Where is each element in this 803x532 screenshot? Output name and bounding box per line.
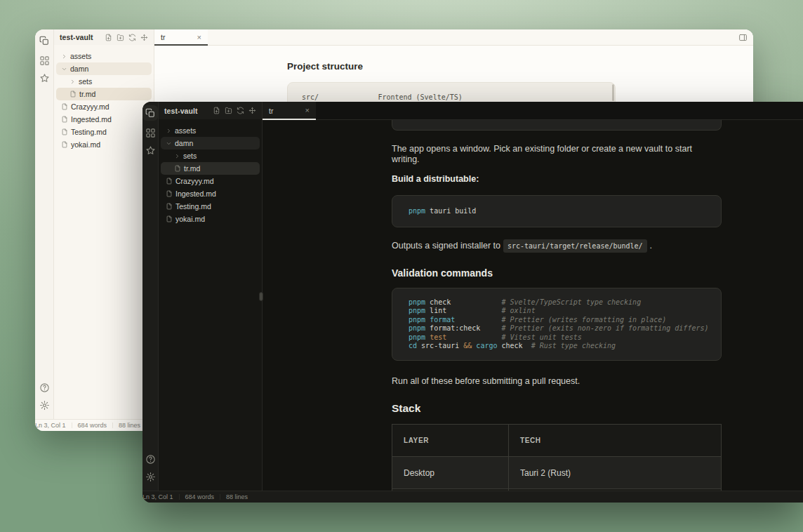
tree-item-testing-md[interactable]: Testing.md [56,126,152,138]
document-icon [61,116,68,123]
new-note-icon[interactable] [213,107,220,114]
document-icon [61,103,68,110]
help-icon[interactable] [39,383,50,393]
vault-switcher-icon[interactable] [142,105,158,121]
tab-bar: tr × [263,102,803,120]
vault-title: test-vault [60,33,93,41]
status-divider [72,423,72,428]
star-icon[interactable] [145,145,156,156]
vault-switcher-icon[interactable] [36,33,52,48]
document-icon [166,190,173,197]
tree-item-crazyyy-md[interactable]: Crazyyy.md [56,100,152,113]
tree-item-assets[interactable]: assets [161,124,260,137]
tree-item-ingested-md[interactable]: Ingested.md [56,113,152,126]
sidebar-resize-handle[interactable] [259,292,263,301]
expand-collapse-icon[interactable] [248,107,256,114]
paragraph-run-all: Run all of these before submitting a pul… [392,376,722,387]
word-count: 684 words [78,422,107,429]
document-icon [166,203,173,210]
settings-gear-icon[interactable] [39,400,50,411]
column-header-layer: LAYER [392,425,509,457]
tab-close-icon[interactable]: × [197,34,201,41]
paragraph-outputs: Outputs a signed installer to src-tauri/… [392,239,722,253]
table-cell: Svelte 5, SvelteKit, TypeScript [509,489,722,491]
stack-heading: Stack [392,402,722,415]
column-header-tech: TECH [509,425,722,457]
status-divider [179,494,180,500]
section-heading: Project structure [287,61,616,72]
document-icon [61,128,68,135]
line-count: 88 lines [226,493,248,500]
word-count: 684 words [185,493,215,500]
paragraph: The app opens a window. Pick an existing… [392,144,722,165]
validation-commands-heading: Validation commands [392,267,722,279]
tab-tr[interactable]: tr × [263,102,316,119]
chevron-right-icon [69,79,76,85]
tab-tr[interactable]: tr × [154,29,208,45]
tree-item-crazyyy-md[interactable]: Crazyyy.md [161,175,260,187]
tree-item-yokai-md[interactable]: yokai.md [56,138,152,151]
table-header-row: LAYER TECH [392,425,722,457]
tab-close-icon[interactable]: × [305,107,310,114]
tree-item-yokai-md[interactable]: yokai.md [161,213,260,225]
expand-collapse-icon[interactable] [140,34,148,41]
help-icon[interactable] [145,454,156,465]
sync-icon[interactable] [237,107,244,114]
tree-item-ingested-md[interactable]: Ingested.md [161,187,260,200]
document-icon [174,165,181,172]
build-distributable-label: Build a distributable: [392,174,722,184]
chevron-down-icon [166,140,172,147]
stack-table: LAYER TECH Desktop Tauri 2 (Rust) Fronte… [392,424,722,491]
file-explorer: test-vault assets damn sets tr.md Crazyy… [159,102,263,491]
code-block-clipped [392,120,722,131]
tree-item-damn[interactable]: damn [161,137,260,149]
chevron-right-icon [166,128,172,134]
explorer-header: test-vault [159,102,262,119]
line-count: 88 lines [119,422,140,429]
tree-item-sets[interactable]: sets [56,75,152,88]
right-sidebar-toggle-icon[interactable] [738,33,748,42]
document-icon [166,215,173,222]
file-tree: assets damn sets tr.md Crazyyy.md Ingest… [54,45,154,151]
grid-icon[interactable] [145,128,156,138]
sync-icon[interactable] [128,34,136,41]
table-cell: Frontend [392,489,509,491]
tree-item-tr-md[interactable]: tr.md [161,162,260,175]
tree-item-sets[interactable]: sets [161,149,260,162]
document-icon [61,141,68,148]
chevron-down-icon [61,66,67,72]
chevron-right-icon [174,153,180,159]
vault-title: test-vault [164,107,198,115]
star-icon[interactable] [39,73,50,84]
front-window: test-vault assets damn sets tr.md Crazyy… [142,102,803,503]
cursor-position: Ln 3, Col 1 [35,422,66,429]
file-tree: assets damn sets tr.md Crazyyy.md Ingest… [159,119,262,225]
document-icon [166,178,173,185]
code-block-build: pnpm tauri build [392,195,722,227]
grid-icon[interactable] [39,55,50,66]
cursor-position: Ln 3, Col 1 [142,493,173,500]
new-folder-icon[interactable] [117,34,124,41]
chevron-right-icon [61,53,67,60]
tree-item-assets[interactable]: assets [56,50,152,62]
status-divider [112,423,113,428]
tree-item-testing-md[interactable]: Testing.md [161,200,260,213]
status-bar: Ln 3, Col 1 684 words 88 lines [142,491,803,503]
scrollbar-thumb[interactable] [612,84,614,101]
tab-bar: tr × [154,29,753,46]
left-ribbon [35,29,54,419]
new-note-icon[interactable] [105,34,112,41]
table-cell: Tauri 2 (Rust) [509,457,722,489]
settings-gear-icon[interactable] [145,472,156,482]
new-folder-icon[interactable] [225,107,232,114]
table-row: Frontend Svelte 5, SvelteKit, TypeScript [392,489,722,491]
editor-pane: The app opens a window. Pick an existing… [263,120,803,491]
desktop-background: test-vault assets damn sets tr.md Crazyy… [0,0,803,532]
tree-item-tr-md[interactable]: tr.md [56,88,152,100]
explorer-header: test-vault [54,29,154,45]
status-divider [220,494,220,500]
inline-code-bundle-path: src-tauri/target/release/bundle/ [503,239,647,253]
table-cell: Desktop [392,457,509,489]
tree-item-damn[interactable]: damn [56,62,152,75]
document-icon [69,91,77,98]
